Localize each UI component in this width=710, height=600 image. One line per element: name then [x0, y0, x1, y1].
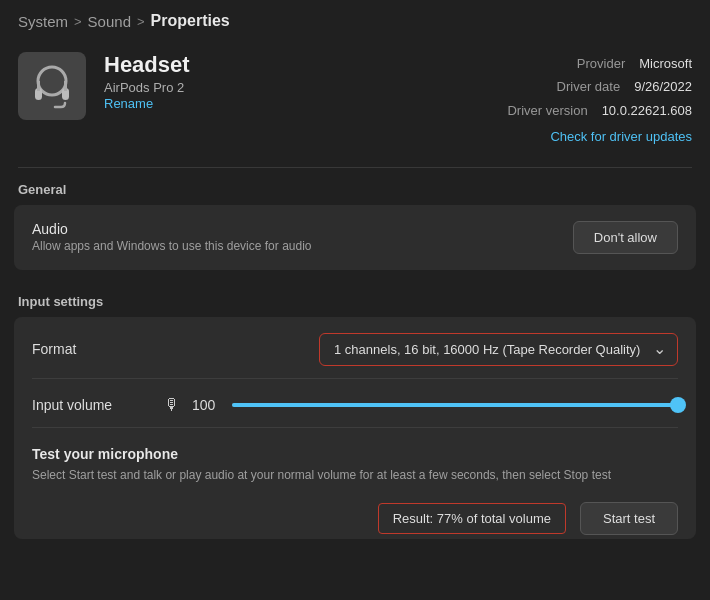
- check-driver-link[interactable]: Check for driver updates: [507, 125, 692, 148]
- svg-point-0: [38, 67, 66, 95]
- audio-card: Audio Allow apps and Windows to use this…: [14, 205, 696, 270]
- audio-desc: Allow apps and Windows to use this devic…: [32, 239, 312, 253]
- device-model: AirPods Pro 2: [104, 80, 489, 95]
- microphone-icon: 🎙: [164, 396, 180, 414]
- format-row: Format 1 channels, 16 bit, 16000 Hz (Tap…: [32, 321, 678, 378]
- driver-version-label: Driver version: [507, 99, 587, 122]
- driver-date-label: Driver date: [557, 75, 621, 98]
- volume-slider-container[interactable]: [232, 395, 678, 415]
- driver-version-value: 10.0.22621.608: [602, 99, 692, 122]
- device-header: Headset AirPods Pro 2 Rename Provider Mi…: [0, 40, 710, 167]
- breadcrumb-sep2: >: [137, 14, 145, 29]
- audio-text: Audio Allow apps and Windows to use this…: [32, 221, 312, 253]
- rename-link[interactable]: Rename: [104, 96, 153, 111]
- provider-label: Provider: [577, 52, 625, 75]
- result-badge: Result: 77% of total volume: [378, 503, 566, 534]
- dont-allow-button[interactable]: Don't allow: [573, 221, 678, 254]
- input-settings-label: Input settings: [0, 280, 710, 317]
- volume-track: [232, 403, 678, 407]
- breadcrumb-system[interactable]: System: [18, 13, 68, 30]
- breadcrumb-sound[interactable]: Sound: [88, 13, 131, 30]
- provider-value: Microsoft: [639, 52, 692, 75]
- test-title: Test your microphone: [32, 446, 678, 462]
- test-controls: Result: 77% of total volume Start test: [32, 502, 678, 535]
- driver-date-value: 9/26/2022: [634, 75, 692, 98]
- device-info: Headset AirPods Pro 2 Rename: [104, 52, 489, 111]
- volume-fill: [232, 403, 678, 407]
- device-meta: Provider Microsoft Driver date 9/26/2022…: [507, 52, 692, 149]
- general-label: General: [0, 168, 710, 205]
- test-desc: Select Start test and talk or play audio…: [32, 466, 678, 484]
- audio-title: Audio: [32, 221, 312, 237]
- breadcrumb-current: Properties: [151, 12, 230, 30]
- test-section: Test your microphone Select Start test a…: [32, 428, 678, 535]
- input-settings-card: Format 1 channels, 16 bit, 16000 Hz (Tap…: [14, 317, 696, 539]
- format-select-wrapper[interactable]: 1 channels, 16 bit, 16000 Hz (Tape Recor…: [319, 333, 678, 366]
- device-icon: [18, 52, 86, 120]
- volume-label: Input volume: [32, 397, 152, 413]
- volume-thumb: [670, 397, 686, 413]
- device-name: Headset: [104, 52, 489, 78]
- breadcrumb: System > Sound > Properties: [0, 0, 710, 40]
- headset-icon: [25, 59, 79, 113]
- breadcrumb-sep1: >: [74, 14, 82, 29]
- volume-number: 100: [192, 397, 220, 413]
- format-label: Format: [32, 341, 76, 357]
- volume-row: Input volume 🎙 100: [32, 379, 678, 427]
- format-select[interactable]: 1 channels, 16 bit, 16000 Hz (Tape Recor…: [319, 333, 678, 366]
- start-test-button[interactable]: Start test: [580, 502, 678, 535]
